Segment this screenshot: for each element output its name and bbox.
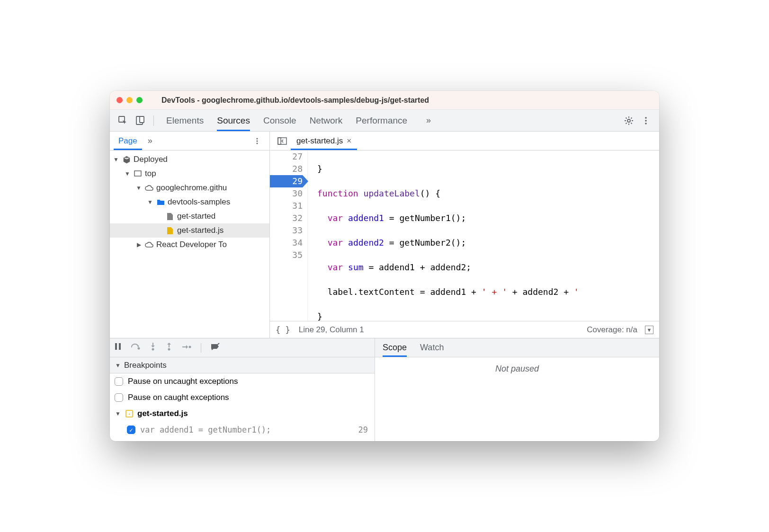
debugger-panel: ▼ Breakpoints Pause on uncaught exceptio… — [110, 338, 659, 441]
tree-label: devtools-samples — [168, 197, 230, 207]
debugger-controls — [110, 338, 375, 357]
breakpoint-file-group[interactable]: ▼ • get-started.js — [110, 406, 375, 422]
tree-label: googlechrome.githu — [156, 183, 227, 193]
inspect-element-icon[interactable] — [117, 115, 129, 126]
tab-network[interactable]: Network — [310, 110, 343, 131]
panel-tabs: Elements Sources Console Network Perform… — [166, 110, 431, 131]
pause-caught-row[interactable]: Pause on caught exceptions — [110, 390, 375, 406]
traffic-lights — [116, 97, 143, 103]
checkbox-unchecked[interactable] — [115, 377, 123, 386]
coverage-toggle-icon[interactable]: ▼ — [645, 326, 653, 334]
breakpoint-entry[interactable]: ✓ var addend1 = getNumber1(); 29 — [110, 422, 375, 438]
frame-icon — [134, 169, 142, 178]
pause-uncaught-row[interactable]: Pause on uncaught exceptions — [110, 373, 375, 390]
settings-icon[interactable] — [623, 115, 635, 126]
breakpoint-code: var addend1 = getNumber1(); — [140, 425, 271, 434]
chevron-down-icon: ▼ — [113, 156, 119, 163]
navigator-sidebar: Page » ▼ Deployed ▼ top — [110, 132, 270, 338]
editor-status-bar: { } Line 29, Column 1 Coverage: n/a ▼ — [270, 321, 659, 338]
svg-point-4 — [645, 117, 647, 119]
minimize-window-button[interactable] — [126, 97, 133, 103]
tab-console[interactable]: Console — [263, 110, 296, 131]
divider — [153, 115, 154, 126]
chevron-down-icon: ▼ — [135, 185, 142, 191]
cloud-icon — [145, 240, 153, 249]
pause-caught-label: Pause on caught exceptions — [128, 393, 229, 402]
not-paused-message: Not paused — [375, 357, 659, 441]
breakpoints-title: Breakpoints — [124, 361, 167, 370]
tree-react-ext[interactable]: ▶ React Developer To — [110, 238, 269, 252]
debugger-left: ▼ Breakpoints Pause on uncaught exceptio… — [110, 338, 375, 441]
main-area: Page » ▼ Deployed ▼ top — [110, 132, 659, 441]
svg-point-16 — [152, 348, 154, 351]
close-tab-icon[interactable]: × — [347, 136, 351, 146]
svg-rect-2 — [140, 116, 144, 123]
tree-label: React Developer To — [156, 240, 227, 249]
sidebar-header: Page » — [110, 132, 269, 151]
sidebar-tab-page[interactable]: Page — [114, 132, 142, 150]
script-icon — [166, 226, 174, 235]
tab-performance[interactable]: Performance — [356, 110, 407, 131]
chevron-right-icon: ▶ — [135, 241, 142, 248]
sidebar-menu-icon[interactable] — [251, 135, 263, 147]
tree-file-html[interactable]: get-started — [110, 209, 269, 223]
close-window-button[interactable] — [116, 97, 123, 103]
breakpoint-marker[interactable]: 29 — [270, 175, 303, 187]
pause-icon[interactable] — [115, 343, 121, 353]
tab-watch[interactable]: Watch — [420, 338, 444, 357]
more-tabs-icon[interactable]: » — [426, 115, 431, 125]
device-toolbar-icon[interactable] — [134, 115, 146, 126]
script-badge-icon: • — [125, 409, 134, 418]
toggle-navigator-icon[interactable] — [277, 135, 288, 147]
tab-scope[interactable]: Scope — [383, 338, 407, 357]
upper-panels: Page » ▼ Deployed ▼ top — [110, 132, 659, 338]
titlebar: DevTools - googlechrome.github.io/devtoo… — [110, 91, 659, 110]
tree-top[interactable]: ▼ top — [110, 167, 269, 181]
checkbox-unchecked[interactable] — [115, 393, 123, 402]
breakpoints-header[interactable]: ▼ Breakpoints — [110, 357, 375, 373]
svg-point-5 — [645, 120, 647, 122]
pretty-print-icon[interactable]: { } — [276, 325, 290, 335]
checkbox-checked[interactable]: ✓ — [127, 426, 135, 434]
line-gutter[interactable]: 27 28 29 30 31 32 33 34 35 — [270, 151, 308, 321]
coverage-status: Coverage: n/a — [587, 325, 637, 335]
tree-label: top — [145, 169, 156, 178]
debugger-right: Scope Watch Not paused — [375, 338, 659, 441]
svg-point-15 — [138, 347, 140, 350]
source-text[interactable]: } function updateLabel() { var addend1 =… — [308, 151, 659, 321]
tree-folder[interactable]: ▼ devtools-samples — [110, 195, 269, 209]
tree-file-js[interactable]: get-started.js — [110, 223, 269, 238]
tree-label: get-started — [177, 212, 215, 221]
tab-sources[interactable]: Sources — [217, 110, 250, 131]
step-icon[interactable] — [182, 343, 191, 353]
cursor-position: Line 29, Column 1 — [299, 325, 364, 335]
step-out-icon[interactable] — [166, 342, 172, 353]
svg-point-7 — [257, 138, 258, 139]
deactivate-breakpoints-icon[interactable] — [211, 343, 220, 353]
tab-elements[interactable]: Elements — [166, 110, 204, 131]
file-tree: ▼ Deployed ▼ top ▼ googlechrome.githu — [110, 151, 269, 338]
chevron-down-icon: ▼ — [147, 199, 153, 205]
breakpoint-line-number: 29 — [358, 425, 370, 434]
editor-file-tab[interactable]: get-started.js × — [291, 132, 357, 150]
tree-label: Deployed — [134, 155, 168, 164]
step-over-icon[interactable] — [131, 343, 140, 353]
svg-point-6 — [645, 123, 647, 124]
zoom-window-button[interactable] — [136, 97, 143, 103]
breakpoint-file-label: get-started.js — [137, 409, 188, 418]
editor-panel: get-started.js × 27 28 29 30 31 32 33 34 — [270, 132, 659, 338]
svg-rect-12 — [278, 138, 281, 144]
sidebar-more-icon[interactable]: » — [148, 136, 152, 146]
svg-point-3 — [627, 119, 630, 122]
step-into-icon[interactable] — [150, 342, 156, 353]
cloud-icon — [145, 184, 153, 192]
code-editor[interactable]: 27 28 29 30 31 32 33 34 35 } function up… — [270, 151, 659, 321]
tree-deployed[interactable]: ▼ Deployed — [110, 152, 269, 167]
pause-uncaught-label: Pause on uncaught exceptions — [128, 377, 238, 386]
svg-rect-14 — [119, 343, 121, 350]
kebab-menu-icon[interactable] — [640, 115, 652, 126]
svg-rect-13 — [115, 343, 117, 350]
svg-text:•: • — [129, 412, 130, 416]
tree-host[interactable]: ▼ googlechrome.githu — [110, 181, 269, 195]
document-icon — [166, 212, 174, 221]
